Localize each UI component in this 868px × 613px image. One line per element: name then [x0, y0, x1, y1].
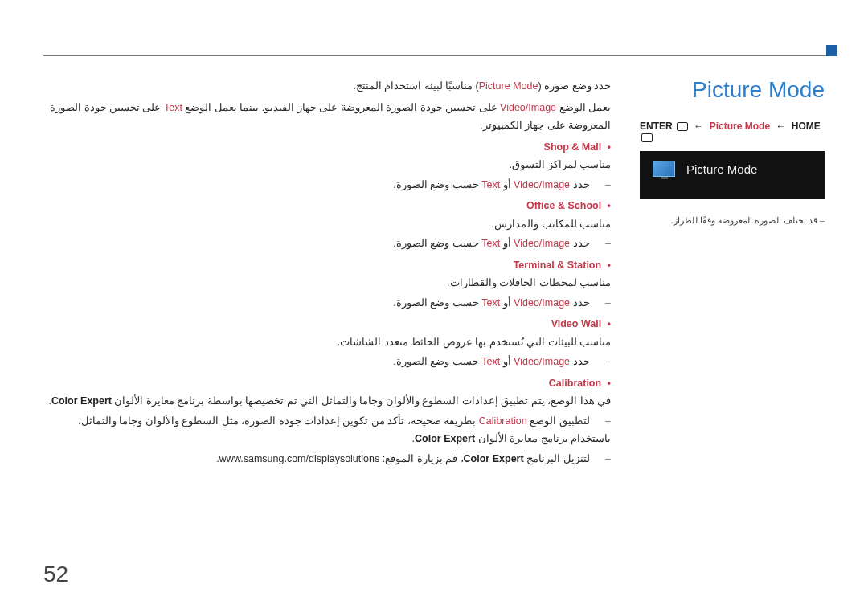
monitor-icon	[653, 161, 675, 177]
left-column: حدد وضع صورة (Picture Mode) مناسبًا لبيئ…	[43, 77, 611, 471]
arrow-left-icon: ←	[776, 121, 785, 132]
breadcrumb: ENTER ← Picture Mode ← HOME	[640, 121, 825, 143]
mode-sub: حدد Video/Image أو Text حسب وضع الصورة.	[43, 353, 611, 371]
calibration-sub-2: لتنزيل البرنامج Color Expert، قم بزيارة …	[43, 450, 611, 468]
breadcrumb-home: HOME	[792, 121, 821, 132]
calibration-sub-1: لتطبيق الوضع Calibration بطريقة صحيحة، ت…	[43, 412, 611, 448]
mode-sub: حدد Video/Image أو Text حسب وضع الصورة.	[43, 235, 611, 253]
right-column: Picture Mode ENTER ← Picture Mode ← HOME…	[640, 77, 825, 226]
calibration-desc: في هذا الوضع، يتم تطبيق إعدادات السطوع و…	[43, 392, 611, 411]
breadcrumb-mode: Picture Mode	[710, 121, 770, 132]
page-number: 52	[43, 562, 68, 587]
menu-preview: Picture Mode	[640, 151, 825, 199]
model-note: قد تختلف الصورة المعروضة وفقًا للطراز.	[640, 215, 825, 226]
intro-line-1: حدد وضع صورة (Picture Mode) مناسبًا لبيئ…	[43, 77, 611, 96]
mode-office-school: Office & School مناسب للمكاتب والمدارس. …	[43, 197, 611, 253]
mode-sub: حدد Video/Image أو Text حسب وضع الصورة.	[43, 294, 611, 313]
intro-line-2: يعمل الوضع Video/Image على تحسين جودة ال…	[43, 99, 611, 135]
mode-desc: مناسب للبيئات التي تُستخدم بها عروض الحا…	[43, 333, 611, 352]
mode-terminal-station: Terminal & Station مناسب لمحطات الحافلات…	[43, 256, 611, 313]
document-page: Picture Mode ENTER ← Picture Mode ← HOME…	[0, 0, 868, 613]
enter-icon	[677, 122, 688, 131]
mode-shop-mall: Shop & Mall مناسب لمراكز التسوق. حدد Vid…	[43, 138, 611, 194]
page-title: Picture Mode	[640, 77, 825, 103]
menu-label: Picture Mode	[686, 162, 757, 176]
mode-calibration: Calibration في هذا الوضع، يتم تطبيق إعدا…	[43, 374, 611, 468]
mode-desc: مناسب لمحطات الحافلات والقطارات.	[43, 274, 611, 292]
arrow-left-icon: ←	[694, 121, 703, 132]
mode-desc: مناسب لمراكز التسوق.	[43, 156, 611, 174]
header-rule	[43, 48, 837, 56]
mode-sub: حدد Video/Image أو Text حسب وضع الصورة.	[43, 176, 611, 194]
home-icon	[641, 133, 653, 142]
mode-video-wall: Video Wall مناسب للبيئات التي تُستخدم به…	[43, 315, 611, 371]
mode-desc: مناسب للمكاتب والمدارس.	[43, 215, 611, 234]
header-accent	[826, 45, 837, 56]
mode-list: Shop & Mall مناسب لمراكز التسوق. حدد Vid…	[43, 138, 611, 468]
